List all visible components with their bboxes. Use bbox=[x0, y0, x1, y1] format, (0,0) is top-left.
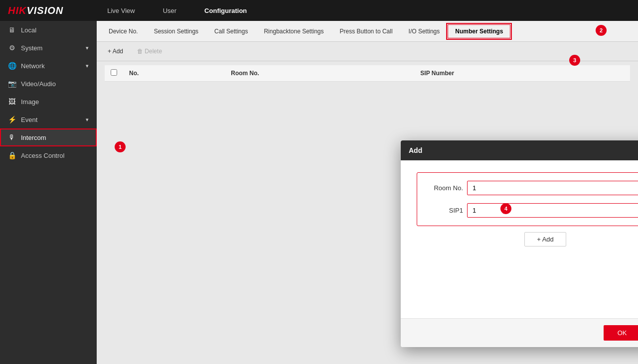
tab-device-no[interactable]: Device No. bbox=[101, 24, 146, 39]
checkbox-header bbox=[105, 65, 123, 82]
delete-button[interactable]: 🗑 Delete bbox=[134, 46, 165, 57]
tab-press-button-to-call[interactable]: Press Button to Call bbox=[332, 24, 401, 39]
tab-session-settings[interactable]: Session Settings bbox=[146, 24, 206, 39]
form-group-sip1: SIP1 ✅ bbox=[423, 203, 638, 218]
sidebar-item-image[interactable]: 🖼 Image bbox=[0, 93, 97, 111]
sidebar-item-video-audio[interactable]: 📷 Video/Audio bbox=[0, 75, 97, 93]
select-all-checkbox[interactable] bbox=[111, 69, 117, 76]
sidebar-item-intercom[interactable]: 🎙 Intercom bbox=[0, 128, 97, 146]
tab-number-settings[interactable]: Number Settings bbox=[448, 24, 510, 38]
data-table: No. Room No. SIP Number bbox=[105, 65, 630, 82]
chevron-icon-event: ▾ bbox=[86, 117, 89, 123]
add-dialog: Add ✕ Room No. ✅ SIP1 bbox=[401, 140, 638, 347]
form-group-room-no: Room No. ✅ bbox=[423, 181, 638, 195]
tab-ringbacktone-settings[interactable]: Ringbacktone Settings bbox=[256, 24, 331, 39]
nav-user[interactable]: User bbox=[159, 5, 180, 16]
intercom-icon: 🎙 bbox=[8, 133, 16, 141]
sidebar-label-video-audio: Video/Audio bbox=[21, 80, 89, 88]
sidebar-label-intercom: Intercom bbox=[21, 134, 89, 141]
dialog-spacer bbox=[401, 258, 638, 318]
chevron-icon-network: ▾ bbox=[86, 63, 89, 69]
sidebar-item-network[interactable]: 🌐 Network ▾ bbox=[0, 57, 97, 75]
sidebar-label-access-control: Access Control bbox=[21, 152, 89, 159]
toolbar: + Add 🗑 Delete bbox=[97, 42, 638, 61]
col-room-no: Room No. bbox=[225, 65, 414, 82]
sip1-input-wrap bbox=[467, 203, 638, 218]
col-no: No. bbox=[123, 65, 225, 82]
sidebar-label-event: Event bbox=[21, 116, 81, 123]
tab-io-settings[interactable]: I/O Settings bbox=[401, 24, 448, 39]
sidebar-label-image: Image bbox=[21, 98, 89, 106]
sip1-input[interactable] bbox=[467, 203, 638, 218]
camera-icon: 📷 bbox=[8, 80, 16, 88]
image-icon: 🖼 bbox=[8, 98, 16, 106]
room-no-label: Room No. bbox=[423, 184, 463, 192]
tab-bar: Device No. Session Settings Call Setting… bbox=[97, 21, 638, 42]
logo-vision: VISION bbox=[26, 5, 63, 16]
event-icon: ⚡ bbox=[8, 116, 16, 123]
sidebar-label-network: Network bbox=[21, 62, 81, 70]
add-sip-container: + Add bbox=[417, 232, 638, 246]
nav-configuration[interactable]: Configuration bbox=[200, 5, 251, 16]
tab-call-settings[interactable]: Call Settings bbox=[206, 24, 256, 39]
sidebar-item-event[interactable]: ⚡ Event ▾ bbox=[0, 111, 97, 128]
sidebar-item-local[interactable]: 🖥 Local bbox=[0, 21, 97, 39]
content-area: Device No. Session Settings Call Setting… bbox=[97, 21, 638, 364]
add-button[interactable]: + Add bbox=[105, 46, 126, 57]
sip1-label: SIP1 bbox=[423, 207, 463, 214]
dialog-footer: OK Cancel bbox=[401, 318, 638, 347]
ok-button[interactable]: OK bbox=[604, 325, 638, 341]
room-no-input-wrap bbox=[467, 181, 638, 195]
lock-icon: 🔒 bbox=[8, 151, 16, 159]
col-sip-number: SIP Number bbox=[414, 65, 630, 82]
gear-icon: ⚙ bbox=[8, 44, 16, 52]
nav-links: Live View User Configuration bbox=[103, 5, 251, 16]
form-group-container: Room No. ✅ SIP1 ✅ bbox=[417, 172, 638, 226]
dialog-title: Add bbox=[409, 146, 422, 154]
sidebar-item-system[interactable]: ⚙ System ▾ bbox=[0, 39, 97, 57]
add-sip-button[interactable]: + Add bbox=[524, 232, 566, 246]
room-no-input[interactable] bbox=[467, 181, 638, 195]
dialog-header: Add ✕ bbox=[401, 140, 638, 160]
sidebar-label-system: System bbox=[21, 44, 81, 52]
logo-hik: HIK bbox=[8, 5, 26, 16]
network-icon: 🌐 bbox=[8, 62, 16, 70]
chevron-icon-system: ▾ bbox=[86, 45, 89, 51]
nav-live-view[interactable]: Live View bbox=[103, 5, 139, 16]
monitor-icon: 🖥 bbox=[8, 26, 16, 34]
top-navigation: HIKVISION Live View User Configuration bbox=[0, 0, 638, 21]
dialog-body: Room No. ✅ SIP1 ✅ bbox=[401, 160, 638, 258]
sidebar-label-local: Local bbox=[21, 26, 89, 34]
logo: HIKVISION bbox=[8, 5, 63, 16]
sidebar: 🖥 Local ⚙ System ▾ 🌐 Network ▾ 📷 Video/A… bbox=[0, 21, 97, 364]
sidebar-item-access-control[interactable]: 🔒 Access Control bbox=[0, 146, 97, 164]
